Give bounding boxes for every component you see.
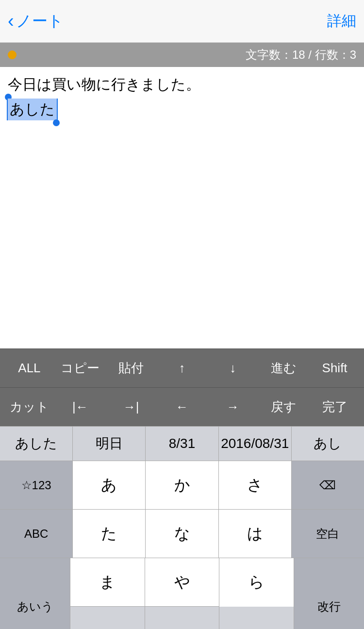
toolbar-right-button[interactable]: →: [207, 388, 258, 426]
key-backspace[interactable]: ⌫: [292, 461, 364, 509]
key-aiu[interactable]: あいう: [0, 558, 70, 629]
status-dot: [8, 50, 17, 59]
key-star123[interactable]: ☆123: [0, 461, 73, 509]
cursor-right: [57, 99, 58, 120]
key-empty1: [70, 607, 145, 629]
key-space[interactable]: 空白: [292, 510, 364, 558]
keyboard-row2: ABC た な は 空白: [0, 510, 364, 558]
toolbar-line-start-button[interactable]: |←: [55, 388, 106, 426]
back-label: ノート: [16, 11, 64, 32]
key-ra[interactable]: ら: [219, 558, 294, 607]
suggestion-2[interactable]: 8/31: [146, 427, 218, 461]
toolbar-copy-button[interactable]: コピー: [55, 349, 106, 387]
key-empty2: [145, 607, 220, 629]
suggestion-0[interactable]: あした: [0, 427, 73, 461]
char-count-label: 文字数：18 / 行数：3: [246, 47, 356, 63]
toolbar-row1: ALL コピー 貼付 ↑ ↓ 進む Shift: [0, 348, 364, 387]
keyboard-row1: ☆123 あ か さ ⌫: [0, 461, 364, 510]
status-bar: 文字数：18 / 行数：3: [0, 43, 364, 67]
detail-button[interactable]: 詳細: [327, 11, 356, 31]
key-ya[interactable]: や: [145, 558, 220, 607]
key-enter[interactable]: 改行: [294, 558, 364, 629]
toolbar-up-button[interactable]: ↑: [157, 349, 208, 387]
key-abc[interactable]: ABC: [0, 510, 73, 558]
key-a[interactable]: あ: [73, 461, 146, 509]
toolbar-shift-button[interactable]: Shift: [309, 349, 360, 387]
keyboard-col-left: あいう: [0, 558, 70, 629]
suggestion-3[interactable]: 2016/08/31: [219, 427, 292, 461]
keyboard-row3: あいう ま や ら 改行: [0, 558, 364, 629]
suggestion-1[interactable]: 明日: [73, 427, 146, 461]
navigation-bar: ‹ ノート 詳細: [0, 0, 364, 43]
selection-handle-bottom: [53, 119, 60, 126]
editor-line1: 今日は買い物に行きました。: [8, 75, 356, 95]
toolbar-row2: カット |← →| ← → 戻す 完了: [0, 387, 364, 426]
toolbar-down-button[interactable]: ↓: [207, 349, 258, 387]
key-ma[interactable]: ま: [70, 558, 145, 607]
toolbar-forward-button[interactable]: 進む: [258, 349, 309, 387]
keyboard-col-right: 改行: [294, 558, 364, 629]
suggestion-4[interactable]: あし: [292, 427, 364, 461]
key-ka[interactable]: か: [146, 461, 218, 509]
toolbar-undo-button[interactable]: 戻す: [258, 388, 309, 426]
backspace-icon: ⌫: [319, 479, 336, 492]
key-na[interactable]: な: [146, 510, 218, 558]
toolbar-paste-button[interactable]: 貼付: [106, 349, 157, 387]
selected-text: あした: [8, 99, 57, 120]
suggestion-bar: あした 明日 8/31 2016/08/31 あし: [0, 426, 364, 461]
toolbar-cut-button[interactable]: カット: [4, 388, 55, 426]
key-sa[interactable]: さ: [219, 461, 292, 509]
back-button[interactable]: ‹ ノート: [8, 11, 64, 32]
selected-text-wrapper: あした: [8, 99, 57, 120]
keyboard: ☆123 あ か さ ⌫ ABC た な は 空白 あいう ま や ら: [0, 461, 364, 629]
toolbar-line-end-button[interactable]: →|: [106, 388, 157, 426]
toolbar-left-button[interactable]: ←: [157, 388, 208, 426]
toolbar-done-button[interactable]: 完了: [309, 388, 360, 426]
key-empty3: [219, 607, 294, 629]
key-ta[interactable]: た: [73, 510, 146, 558]
keyboard-col-center: ま や ら: [70, 558, 294, 629]
chevron-left-icon: ‹: [8, 12, 14, 30]
toolbar-all-button[interactable]: ALL: [4, 349, 55, 387]
key-ha[interactable]: は: [219, 510, 292, 558]
editor-area[interactable]: 今日は買い物に行きました。 あした: [0, 67, 364, 348]
